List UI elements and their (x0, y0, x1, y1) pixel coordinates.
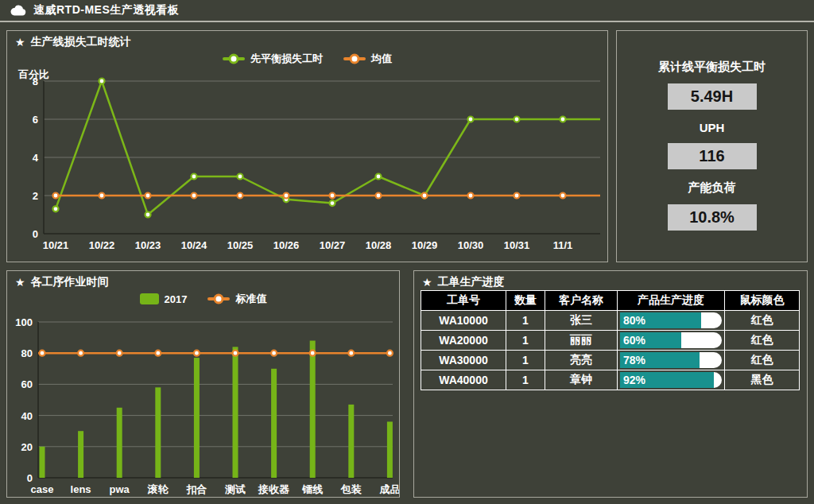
svg-text:6: 6 (33, 114, 38, 126)
legend-item-标准值[interactable]: 标准值 (207, 292, 266, 306)
cell-customer: 亮亮 (545, 351, 618, 370)
kpi-label-uph: UPH (617, 121, 807, 134)
svg-text:60: 60 (21, 378, 33, 390)
kpi-value-uph: 116 (668, 143, 757, 169)
svg-text:10/31: 10/31 (504, 239, 530, 251)
svg-text:80: 80 (21, 347, 33, 359)
column-header: 数量 (506, 291, 545, 311)
panel-title-label: 各工序作业时间 (31, 275, 109, 289)
table-row: WA300001亮亮78%红色 (421, 351, 800, 370)
progress-label: 92% (623, 372, 645, 388)
kpi-value-capacity: 10.8% (668, 204, 757, 231)
table-row: WA200001丽丽60%红色 (421, 331, 800, 351)
svg-text:0: 0 (33, 228, 38, 240)
kpi-label-loss: 累计线平衡损失工时 (617, 60, 807, 75)
cell-color: 黑色 (725, 370, 800, 390)
legend-label: 均值 (371, 52, 392, 66)
table-row: WA400001章钟92%黑色 (421, 370, 800, 390)
svg-text:4: 4 (33, 152, 39, 164)
progress-track: 60% (620, 332, 722, 348)
legend-label: 先平衡损失工时 (250, 52, 323, 66)
cell-progress: 60% (618, 331, 725, 351)
cell-customer: 张三 (545, 311, 618, 331)
legend-loss-hours: 先平衡损失工时均值 (7, 49, 607, 68)
svg-text:测试: 测试 (224, 483, 246, 495)
cell-qty: 1 (506, 311, 545, 331)
column-header: 工单号 (421, 291, 506, 311)
table-header-row: 工单号数量客户名称产品生产进度鼠标颜色 (421, 291, 800, 311)
svg-text:10/26: 10/26 (273, 239, 300, 251)
legend-label: 2017 (165, 293, 188, 305)
svg-text:0: 0 (27, 472, 33, 484)
panel-title-work-orders: ★ 工单生产进度 (414, 271, 807, 289)
panel-kpi: 累计线平衡损失工时 5.49H UPH 116 产能负荷 10.8% (616, 30, 808, 262)
loss-hours-line-chart: 0246810/2110/2210/2310/2410/2510/2610/27… (7, 77, 607, 262)
column-header: 产品生产进度 (618, 291, 725, 311)
panel-process-time: ★ 各工序作业时间 2017标准值 020406080100caselenspw… (6, 270, 400, 498)
svg-text:扣合: 扣合 (185, 483, 207, 495)
svg-text:10/25: 10/25 (227, 239, 254, 251)
kpi-label-capacity: 产能负荷 (617, 180, 807, 196)
panel-work-orders: ★ 工单生产进度 工单号数量客户名称产品生产进度鼠标颜色 WA100001张三8… (413, 270, 808, 498)
legend-line-dot-icon (207, 297, 230, 300)
legend-line-dot-icon (223, 57, 245, 60)
cell-color: 红色 (725, 331, 800, 351)
panel-title-label: 生产线损失工时统计 (31, 35, 131, 49)
table-row: WA100001张三80%红色 (421, 311, 800, 331)
svg-text:lens: lens (71, 483, 91, 495)
work-order-table: 工单号数量客户名称产品生产进度鼠标颜色 WA100001张三80%红色WA200… (421, 290, 800, 390)
svg-text:20: 20 (21, 441, 33, 453)
cell-progress: 80% (618, 311, 725, 331)
cell-qty: 1 (506, 351, 545, 370)
cell-order: WA20000 (421, 331, 506, 351)
svg-text:10/23: 10/23 (135, 239, 161, 251)
svg-text:100: 100 (15, 316, 33, 328)
kpi-value-loss: 5.49H (668, 83, 757, 110)
process-time-bar-chart: 020406080100caselenspwa滚轮扣合测试接收器镭线包装成品 (7, 312, 399, 498)
cell-color: 红色 (725, 351, 800, 370)
svg-text:滚轮: 滚轮 (147, 483, 169, 495)
svg-text:10/30: 10/30 (458, 239, 484, 251)
svg-text:case: case (31, 483, 54, 495)
cell-customer: 丽丽 (545, 331, 618, 351)
cell-customer: 章钟 (545, 370, 618, 390)
svg-text:10/27: 10/27 (320, 239, 346, 251)
star-icon: ★ (15, 277, 25, 288)
progress-track: 80% (620, 312, 722, 328)
progress-track: 78% (620, 352, 722, 368)
dashboard: 速威RTD-MES生产透视看板 ★ 生产线损失工时统计 先平衡损失工时均值 百分… (0, 0, 814, 504)
svg-text:包装: 包装 (340, 483, 362, 495)
panel-title-label: 工单生产进度 (438, 275, 505, 289)
svg-text:pwa: pwa (110, 483, 130, 495)
legend-item-2017[interactable]: 2017 (140, 293, 188, 305)
cell-qty: 1 (506, 331, 545, 351)
svg-text:10/29: 10/29 (412, 239, 438, 251)
svg-text:镭线: 镭线 (301, 483, 323, 495)
svg-text:2: 2 (33, 190, 38, 202)
svg-text:10/24: 10/24 (181, 239, 207, 251)
cloud-icon (10, 5, 27, 16)
top-bar: 速威RTD-MES生产透视看板 (0, 0, 814, 22)
star-icon: ★ (422, 277, 432, 288)
svg-text:10/28: 10/28 (366, 239, 392, 251)
svg-text:接收器: 接收器 (258, 483, 290, 495)
svg-text:8: 8 (33, 77, 38, 87)
progress-label: 80% (623, 312, 645, 328)
cell-progress: 92% (618, 370, 725, 390)
legend-label: 标准值 (235, 292, 266, 306)
svg-text:10/22: 10/22 (89, 239, 115, 251)
cell-color: 红色 (725, 311, 800, 331)
progress-label: 78% (623, 352, 645, 368)
svg-text:成品: 成品 (378, 483, 399, 495)
panel-loss-hours: ★ 生产线损失工时统计 先平衡损失工时均值 百分比 0246810/2110/2… (6, 30, 608, 262)
star-icon: ★ (15, 37, 25, 48)
cell-progress: 78% (618, 351, 725, 370)
cell-order: WA40000 (421, 370, 506, 390)
legend-item-均值[interactable]: 均值 (343, 52, 392, 66)
progress-track: 92% (620, 372, 722, 388)
cell-order: WA10000 (421, 311, 506, 331)
panel-title-loss-hours: ★ 生产线损失工时统计 (7, 31, 607, 49)
legend-line-dot-icon (343, 57, 366, 60)
legend-item-先平衡损失工时[interactable]: 先平衡损失工时 (223, 52, 323, 66)
panel-title-process-time: ★ 各工序作业时间 (7, 271, 399, 289)
